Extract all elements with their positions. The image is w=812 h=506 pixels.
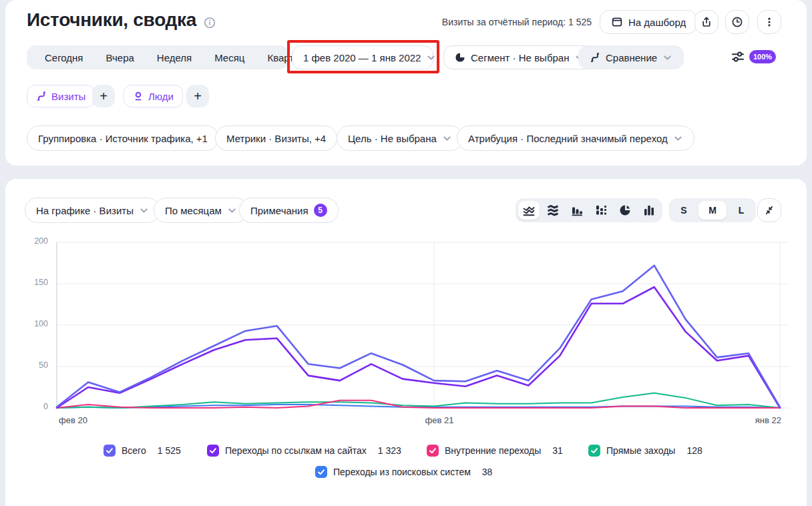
date-range-selector[interactable]: 1 фев 2020 — 1 янв 2022 xyxy=(292,45,433,69)
tab-week[interactable]: Неделя xyxy=(146,52,203,63)
size-m-button[interactable]: M xyxy=(698,201,727,220)
add-metric-button[interactable]: + xyxy=(92,85,115,107)
on-chart-label: На графике · Визиты xyxy=(36,205,134,216)
report-header-card: Источники, сводка Визиты за отчётный пер… xyxy=(5,0,807,166)
date-range-value: 1 фев 2020 — 1 янв 2022 xyxy=(303,52,421,63)
chart-type-stacked-area-button[interactable] xyxy=(542,201,564,220)
tab-yesterday[interactable]: Вчера xyxy=(95,52,146,63)
more-menu-button[interactable] xyxy=(757,10,781,34)
metrics-filter[interactable]: Метрики · Визиты, +4 xyxy=(215,125,337,151)
legend-checkbox-site-links[interactable] xyxy=(207,445,219,457)
chevron-down-icon xyxy=(442,134,452,144)
comparison-label: Сравнение xyxy=(606,52,657,63)
add-people-metric-button[interactable]: + xyxy=(186,85,209,107)
segment-label: Сегмент · Не выбран xyxy=(471,52,569,63)
sampling-control[interactable]: 100% xyxy=(731,49,776,64)
chart-type-line-button[interactable] xyxy=(518,201,540,220)
sampling-badge: 100% xyxy=(749,50,776,63)
attribution-filter-label: Атрибуция · Последний значимый переход xyxy=(468,133,668,144)
legend-label: Всего xyxy=(122,445,146,456)
size-l-button[interactable]: L xyxy=(729,201,753,220)
segment-pie-icon xyxy=(455,52,465,63)
chart-type-stacked-bar-button[interactable] xyxy=(590,201,612,220)
tab-month[interactable]: Месяц xyxy=(203,52,256,63)
plus-icon: + xyxy=(194,89,202,104)
sliders-icon xyxy=(731,49,745,64)
legend-item-search: Переходы из поисковых систем 38 xyxy=(315,466,492,478)
legend-item-site-links: Переходы по ссылкам на сайтах 1 323 xyxy=(207,445,401,457)
legend-value: 1 525 xyxy=(158,445,181,456)
kebab-menu-icon xyxy=(763,16,775,28)
plus-icon: + xyxy=(99,89,108,104)
metric-chip-visits-label: Визиты xyxy=(51,91,85,102)
chart-type-pie-button[interactable] xyxy=(614,201,636,220)
legend-item-internal: Внутренние переходы 31 xyxy=(427,445,563,457)
history-button[interactable] xyxy=(725,10,749,34)
segment-selector[interactable]: Сегмент · Не выбран xyxy=(443,45,596,69)
tab-today[interactable]: Сегодня xyxy=(33,52,95,63)
chevron-down-icon xyxy=(139,206,149,216)
export-button[interactable] xyxy=(694,10,719,34)
legend-label: Прямые заходы xyxy=(606,445,675,456)
metric-chip-people[interactable]: Люди xyxy=(124,85,183,107)
legend-value: 31 xyxy=(552,445,563,456)
legend-label: Внутренние переходы xyxy=(445,445,541,456)
bar-chart-icon xyxy=(570,204,584,217)
legend-value: 1 323 xyxy=(378,445,401,456)
traffic-lines-chart[interactable] xyxy=(40,234,795,434)
line-chart-icon xyxy=(522,204,536,217)
legend-label: Переходы по ссылкам на сайтах xyxy=(225,445,367,456)
metric-chip-people-label: Люди xyxy=(148,91,174,102)
info-icon[interactable] xyxy=(204,17,216,29)
x-axis-label-start: фев 20 xyxy=(59,415,87,425)
notes-label: Примечания xyxy=(250,205,309,216)
to-dashboard-label: На дашборд xyxy=(628,17,686,28)
chart-size-toggle: S M L xyxy=(669,198,756,222)
legend-item-total: Всего 1 525 xyxy=(104,445,181,457)
chevron-down-icon xyxy=(673,134,683,144)
notes-button[interactable]: Примечания 5 xyxy=(239,198,339,223)
x-axis-label-middle: фев 21 xyxy=(414,415,465,425)
x-axis-label-end: янв 22 xyxy=(740,415,781,425)
chart-type-column-button[interactable] xyxy=(638,201,660,220)
collapse-chart-button[interactable] xyxy=(757,198,781,222)
pie-chart-icon xyxy=(618,204,632,217)
legend-item-direct: Прямые заходы 128 xyxy=(588,445,702,457)
stacked-area-chart-icon xyxy=(546,204,560,217)
share-icon xyxy=(700,16,713,28)
chevron-down-icon xyxy=(662,53,672,63)
period-tabs: Сегодня Вчера Неделя Месяц Квартал xyxy=(27,45,288,69)
notes-count-badge: 5 xyxy=(314,204,327,217)
legend-label: Переходы из поисковых систем xyxy=(333,467,471,477)
column-chart-icon xyxy=(642,204,656,217)
comparison-route-icon xyxy=(590,52,600,63)
grouping-filter-label: Группировка · Источник трафика, +1 xyxy=(38,133,208,144)
chart-type-bar-button[interactable] xyxy=(566,201,588,220)
dashboard-icon xyxy=(611,16,623,28)
to-dashboard-button[interactable]: На дашборд xyxy=(600,10,697,34)
legend-value: 128 xyxy=(686,445,702,456)
collapse-icon xyxy=(764,205,775,216)
metric-chip-visits[interactable]: Визиты xyxy=(27,85,95,107)
grouping-filter[interactable]: Группировка · Источник трафика, +1 xyxy=(27,125,219,151)
stacked-bar-chart-icon xyxy=(594,204,608,217)
chevron-down-icon xyxy=(227,206,237,216)
metrics-filter-label: Метрики · Визиты, +4 xyxy=(226,133,326,144)
granularity-label: По месяцам xyxy=(165,205,222,216)
chart-card: На графике · Визиты По месяцам Примечани… xyxy=(5,179,807,506)
legend-checkbox-direct[interactable] xyxy=(588,445,600,457)
attribution-filter[interactable]: Атрибуция · Последний значимый переход xyxy=(457,125,694,151)
chevron-down-icon xyxy=(426,53,436,63)
legend-checkbox-total[interactable] xyxy=(104,445,116,457)
legend-checkbox-internal[interactable] xyxy=(427,445,439,457)
comparison-selector[interactable]: Сравнение xyxy=(578,45,684,69)
goal-filter[interactable]: Цель · Не выбрана xyxy=(337,125,463,151)
legend-value: 38 xyxy=(482,467,493,477)
size-s-button[interactable]: S xyxy=(672,201,696,220)
on-chart-selector[interactable]: На графике · Визиты xyxy=(25,198,160,223)
clock-icon xyxy=(731,16,743,28)
granularity-selector[interactable]: По месяцам xyxy=(154,198,248,223)
report-period-total: Визиты за отчётный период: 1 525 xyxy=(442,17,592,27)
legend-checkbox-search[interactable] xyxy=(315,466,327,478)
visits-route-icon xyxy=(36,91,47,101)
